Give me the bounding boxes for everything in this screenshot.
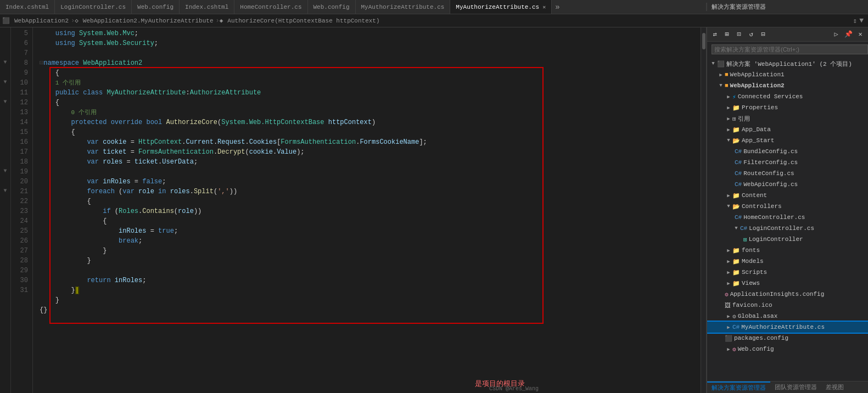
code-line-11: { (40, 98, 701, 108)
tree-references[interactable]: ▶ ⊞ 引用 (707, 113, 868, 124)
breadcrumb-class[interactable]: WebApplication2.MyAuthorizeAttribute (81, 18, 216, 24)
tree-controllers[interactable]: ▼ 📂 Controllers (707, 201, 868, 212)
cs-webapiconfig-icon: C# (735, 181, 742, 188)
tree-fonts[interactable]: ▶ 📁 fonts (707, 245, 868, 256)
tree-logincontroller-class[interactable]: ⊠ LoginController (707, 234, 868, 245)
expand-wa1-icon[interactable]: ▶ (717, 71, 725, 78)
expand-globalasax-icon[interactable]: ▶ (725, 312, 732, 320)
tab-my-authorize-1[interactable]: MyAuthorizeAttribute.cs (356, 0, 451, 14)
code-line-14: var cookie = HttpContext.Current.Request… (40, 137, 701, 147)
collapse-all-btn[interactable]: ⊟ (758, 29, 769, 40)
close-tab-icon[interactable]: ✕ (542, 4, 546, 10)
show-all-files-btn[interactable]: ⊡ (733, 29, 744, 40)
folder-models-icon: 📁 (732, 258, 740, 265)
config-appinsights-icon: ⚙ (725, 291, 729, 298)
tree-models[interactable]: ▶ 📁 Models (707, 256, 868, 267)
collapse-method-icon[interactable]: ▼ (3, 99, 7, 105)
expand-appdata-icon[interactable]: ▶ (725, 126, 732, 133)
tree-app-start[interactable]: ▼ 📂 App_Start (707, 135, 868, 146)
expand-wa2-icon[interactable]: ▼ (717, 82, 725, 89)
sync-with-editor-btn[interactable]: ⇄ (709, 29, 720, 40)
tree-webapiconfig[interactable]: C# WebApiConfig.cs (707, 179, 868, 190)
tree-properties[interactable]: ▶ 📁 Properties (707, 102, 868, 113)
tree-solution-root[interactable]: ▼ ⬛ 解决方案 'WebApplication1' (2 个项目) (707, 58, 868, 69)
expand-content-icon[interactable]: ▶ (725, 192, 732, 199)
code-line-25: } (40, 246, 701, 256)
expand-scripts-icon[interactable]: ▶ (725, 268, 732, 276)
tab-index-cshtml-2[interactable]: Index.cshtml (180, 0, 234, 14)
solution-tree: ▼ ⬛ 解决方案 'WebApplication1' (2 个项目) ▶ ■ W… (707, 57, 868, 381)
solution-label: 解决方案 'WebApplication1' (2 个项目) (726, 60, 852, 68)
collapse-foreach-icon[interactable]: ▼ (3, 168, 7, 174)
more-options-btn[interactable]: ▷ (831, 29, 842, 40)
expand-fonts-icon[interactable]: ▶ (725, 246, 732, 254)
code-editor[interactable]: using System.Web.Mvc; using System.Web.S… (33, 27, 701, 393)
config-packages-icon: ⬛ (725, 335, 732, 342)
expand-logincontroller-icon[interactable]: ▼ (732, 224, 740, 232)
tree-appinsights[interactable]: ⚙ ApplicationInsights.config (707, 289, 868, 300)
tab-diff-view[interactable]: 差视图 (821, 381, 848, 393)
collapse-namespace-icon[interactable]: ▼ (3, 59, 7, 65)
code-line-16: var roles = ticket.UserData; (40, 157, 701, 167)
tree-webapplication2[interactable]: ▼ ■ WebApplication2 (707, 80, 868, 91)
tree-favicon[interactable]: 🖼 favicon.ico (707, 300, 868, 311)
tree-global-asax[interactable]: ▶ ⚙ Global.asax (707, 311, 868, 322)
refresh-btn[interactable]: ↺ (746, 29, 757, 40)
expand-appstart-icon[interactable]: ▼ (725, 137, 732, 144)
tree-filterconfig[interactable]: C# FilterConfig.cs (707, 157, 868, 168)
close-panel-btn[interactable]: ✕ (855, 29, 866, 40)
tab-team-explorer[interactable]: 团队资源管理器 (770, 381, 821, 393)
expand-webconfig-icon[interactable]: ▶ (725, 345, 732, 353)
expand-references-icon[interactable]: ▶ (725, 115, 732, 122)
breadcrumb-method[interactable]: AuthorizeCore(HttpContextBase httpContex… (225, 18, 382, 24)
tab-login-controller[interactable]: LoginController.cs (55, 0, 132, 14)
tree-logincontroller[interactable]: ▼ C# LoginController.cs (707, 223, 868, 234)
collapse-if-icon[interactable]: ▼ (3, 188, 7, 194)
expand-properties-icon[interactable]: ▶ (725, 104, 732, 111)
code-line-31: {} (40, 305, 701, 315)
tree-connected-services[interactable]: ▶ ⚡ Connected Services (707, 91, 868, 102)
tree-webapplication1[interactable]: ▶ ■ WebApplication1 (707, 69, 868, 80)
expand-myauthorize-icon[interactable]: ▶ (725, 323, 732, 331)
expand-views-icon[interactable]: ▶ (725, 279, 732, 287)
folder-appstart-icon: 📂 (732, 137, 740, 144)
tree-content[interactable]: ▶ 📁 Content (707, 190, 868, 201)
expand-controllers-icon[interactable]: ▼ (725, 203, 732, 210)
solution-search-input[interactable] (712, 44, 868, 54)
collapse-class-icon[interactable]: ▼ (3, 79, 7, 85)
code-line-28: return inRoles; (40, 276, 701, 285)
expand-models-icon[interactable]: ▶ (725, 257, 732, 265)
tree-myauthorize[interactable]: ▶ C# MyAuthorizeAttribute.cs (707, 322, 868, 333)
filter-icon[interactable]: ▼ (859, 16, 864, 25)
tree-scripts[interactable]: ▶ 📁 Scripts (707, 267, 868, 278)
tab-overflow[interactable]: » (552, 3, 563, 12)
expand-all-icon[interactable]: ⇕ (853, 16, 857, 25)
expand-solution-icon[interactable]: ▼ (709, 60, 717, 68)
method-icon: ◈ (220, 17, 223, 24)
config-web-icon: ⚙ (732, 346, 736, 353)
tree-bundleconfig[interactable]: C# BundleConfig.cs (707, 146, 868, 157)
vertical-scrollbar[interactable] (701, 27, 706, 393)
tree-web-config[interactable]: ▶ ⚙ Web.config (707, 344, 868, 355)
tree-app-data[interactable]: ▶ 📁 App_Data (707, 124, 868, 135)
connected-services-icon: ⚡ (732, 93, 736, 100)
code-line-30: } (40, 295, 701, 305)
code-line-15: var ticket = FormsAuthentication.Decrypt… (40, 147, 701, 157)
tab-solution-explorer[interactable]: 解决方案资源管理器 (707, 381, 770, 393)
tree-homecontroller[interactable]: C# HomeController.cs (707, 212, 868, 223)
expand-connected-icon[interactable]: ▶ (725, 93, 732, 100)
properties-btn[interactable]: ⊞ (721, 29, 732, 40)
tree-views[interactable]: ▶ 📁 Views (707, 278, 868, 289)
references-icon: ⊞ (732, 115, 736, 122)
tree-packages-config[interactable]: ⬛ packages.config (707, 333, 868, 344)
tab-index-cshtml-1[interactable]: Index.cshtml (0, 0, 55, 14)
cs-routeconfig-icon: C# (735, 170, 742, 177)
pin-btn[interactable]: 📌 (843, 29, 854, 40)
tab-my-authorize-active[interactable]: MyAuthorizeAttribute.cs ✕ (450, 0, 552, 14)
code-line-18: var inRoles = false; (40, 177, 701, 187)
tab-web-config-1[interactable]: Web.config (132, 0, 180, 14)
tab-web-config-2[interactable]: Web.config (308, 0, 356, 14)
tab-home-controller[interactable]: HomeController.cs (234, 0, 307, 14)
tree-routeconfig[interactable]: C# RouteConfig.cs (707, 168, 868, 179)
breadcrumb-project[interactable]: WebApplication2 (12, 18, 71, 24)
